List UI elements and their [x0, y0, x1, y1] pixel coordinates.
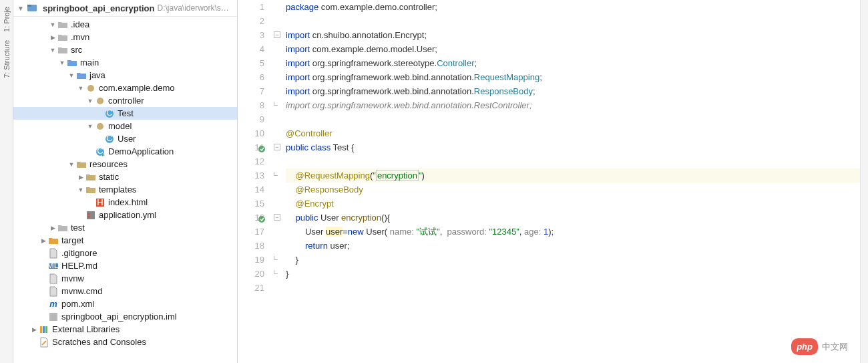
class-icon: C [104, 134, 115, 144]
class-run-icon: C [95, 146, 105, 157]
code-line[interactable] [286, 112, 860, 126]
tree-item[interactable]: ▼main [13, 56, 237, 69]
code-line[interactable] [286, 281, 860, 295]
code-line[interactable]: } [286, 253, 860, 267]
tree-item-label: mvnw [61, 273, 84, 283]
code-line[interactable]: public User encryption(){ [286, 211, 860, 225]
code-line[interactable]: User user=new User( name: "试试", password… [286, 225, 860, 239]
code-line[interactable] [286, 154, 860, 168]
tree-item[interactable]: ▶test [13, 221, 237, 234]
tree-item[interactable]: Hindex.html [13, 196, 237, 209]
fold-marker[interactable] [274, 256, 278, 260]
svg-rect-23 [45, 326, 47, 333]
chevron-icon[interactable]: ▼ [67, 72, 76, 79]
tree-item[interactable]: mvnw.cmd [13, 285, 237, 297]
implements-icon[interactable] [258, 143, 266, 151]
tab-structure[interactable]: 7: Structure [1, 36, 12, 82]
chevron-icon[interactable]: ▼ [76, 85, 85, 92]
tree-item-label: .gitignore [61, 248, 97, 258]
tree-item-label: java [89, 70, 105, 80]
fold-marker[interactable]: − [274, 31, 280, 38]
svg-marker-11 [102, 154, 105, 156]
tree-item[interactable]: ▼model [13, 120, 237, 132]
tree-item[interactable]: ▶.mvn [13, 31, 237, 43]
code-line[interactable]: @RequestMapping("encryption") [286, 168, 860, 183]
folder-blue-icon [76, 70, 87, 81]
code-line[interactable]: import org.springframework.web.bind.anno… [286, 98, 860, 112]
tree-item[interactable]: springboot_api_encryption.iml [13, 310, 237, 323]
code-line[interactable]: import org.springframework.stereotype.Co… [286, 56, 860, 70]
line-number: 19 [238, 253, 264, 267]
chevron-icon[interactable]: ▶ [76, 174, 85, 180]
tree-item[interactable]: ▶static [13, 170, 237, 183]
tree-item[interactable]: CTest [13, 107, 237, 120]
chevron-icon[interactable]: ▼ [85, 98, 95, 104]
tree-item-label: .idea [71, 19, 89, 29]
code-line[interactable]: import com.example.demo.model.User; [286, 42, 860, 56]
tree-item[interactable]: .gitignore [13, 247, 237, 259]
tree-item[interactable]: ▼templates [13, 183, 237, 196]
chevron-icon[interactable]: ▼ [48, 21, 57, 28]
tree-item-label: src [71, 45, 82, 55]
chevron-icon[interactable]: ▶ [29, 326, 39, 333]
tab-project[interactable]: 1: Proje [1, 3, 12, 36]
tree-item-label: resources [89, 159, 128, 169]
project-header[interactable]: ▼ springboot_api_encryption D:\java\ider… [13, 0, 237, 17]
code-line[interactable]: } [286, 267, 860, 281]
chevron-icon[interactable]: ▼ [48, 47, 57, 53]
tree-item[interactable]: ▼.idea [13, 18, 237, 31]
lib-icon [39, 324, 49, 335]
code-editor[interactable]: 123456789101112131415161718192021 −−− pa… [238, 0, 868, 363]
chevron-icon[interactable]: ▶ [39, 237, 48, 244]
tree-item[interactable]: CDemoApplication [13, 145, 237, 158]
tree-item[interactable]: mpom.xml [13, 297, 237, 310]
code-line[interactable]: import cn.shuibo.annotation.Encrypt; [286, 28, 860, 42]
tree-item[interactable]: ▼java [13, 69, 237, 82]
folder-gray-icon [57, 32, 68, 43]
implements-icon[interactable] [258, 213, 266, 221]
code-line[interactable] [286, 14, 860, 28]
fold-marker[interactable]: − [274, 214, 280, 221]
tree-item-label: com.example.demo [99, 83, 174, 93]
tree-item-label: model [108, 121, 132, 131]
line-number: 15 [238, 197, 264, 211]
chevron-icon[interactable]: ▶ [48, 34, 57, 41]
chevron-icon[interactable]: ▼ [76, 187, 85, 193]
code-line[interactable]: @Encrypt [286, 197, 860, 211]
fold-marker[interactable] [274, 172, 278, 176]
svg-rect-20 [49, 313, 57, 321]
tree-item-label: test [71, 223, 85, 233]
tree-item[interactable]: CUser [13, 132, 237, 145]
project-tree[interactable]: ▼.idea▶.mvn▼src▼main▼java▼com.example.de… [13, 17, 237, 350]
tree-item[interactable]: ▼com.example.demo [13, 82, 237, 94]
tree-item[interactable]: ▼resources [13, 158, 237, 170]
chevron-icon[interactable]: ▶ [48, 225, 57, 231]
tree-item[interactable]: ▶External Libraries [13, 323, 237, 336]
code-line[interactable]: import org.springframework.web.bind.anno… [286, 84, 860, 98]
tree-item[interactable]: application.yml [13, 209, 237, 221]
chevron-icon[interactable]: ▼ [67, 161, 76, 168]
code-line[interactable]: package com.example.demo.controller; [286, 0, 860, 14]
tree-item-label: pom.xml [61, 299, 94, 309]
tree-item[interactable]: mvnw [13, 272, 237, 285]
maven-icon: m [48, 299, 59, 310]
code-area[interactable]: package com.example.demo.controller;impo… [283, 0, 860, 363]
chevron-icon[interactable]: ▼ [85, 123, 95, 130]
tree-item[interactable]: ▶target [13, 234, 237, 247]
fold-marker[interactable] [274, 102, 278, 106]
tree-item[interactable]: ▼src [13, 43, 237, 56]
line-number: 4 [238, 42, 264, 56]
code-line[interactable]: import org.springframework.web.bind.anno… [286, 70, 860, 84]
code-line[interactable]: return user; [286, 239, 860, 253]
tree-item-label: HELP.md [61, 261, 97, 271]
fold-marker[interactable]: − [274, 144, 280, 150]
code-line[interactable]: @Controller [286, 126, 860, 140]
tree-item[interactable]: ▼controller [13, 94, 237, 107]
tree-item[interactable]: MDHELP.md [13, 259, 237, 272]
code-line[interactable]: public class Test { [286, 140, 860, 154]
md-icon: MD [48, 261, 59, 271]
fold-marker[interactable] [274, 270, 278, 274]
chevron-icon[interactable]: ▼ [57, 59, 67, 66]
code-line[interactable]: @ResponseBody [286, 183, 860, 197]
tree-item[interactable]: Scratches and Consoles [13, 336, 237, 348]
